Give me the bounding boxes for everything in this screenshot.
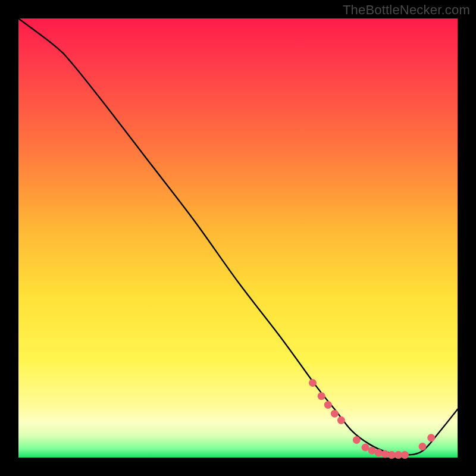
highlight-dot xyxy=(388,451,396,459)
highlight-dot xyxy=(309,379,317,387)
highlight-dot xyxy=(368,447,376,455)
highlight-dot xyxy=(427,434,435,441)
highlight-dot xyxy=(331,410,339,418)
watermark-text: TheBottleNecker.com xyxy=(343,2,470,18)
highlight-dot xyxy=(337,416,345,424)
chart-frame: TheBottleNecker.com xyxy=(0,0,476,476)
highlight-dot xyxy=(381,450,389,458)
highlight-dot xyxy=(353,436,361,444)
highlight-dot xyxy=(375,449,383,456)
highlight-dot xyxy=(318,392,325,400)
highlight-dot xyxy=(401,451,409,459)
plot-area xyxy=(18,18,458,458)
highlight-dot xyxy=(362,444,369,452)
bottleneck-curve xyxy=(18,18,458,455)
chart-svg xyxy=(18,18,458,458)
highlight-dot xyxy=(324,401,332,409)
highlight-dot xyxy=(419,443,427,450)
highlight-dots-group xyxy=(309,379,435,459)
